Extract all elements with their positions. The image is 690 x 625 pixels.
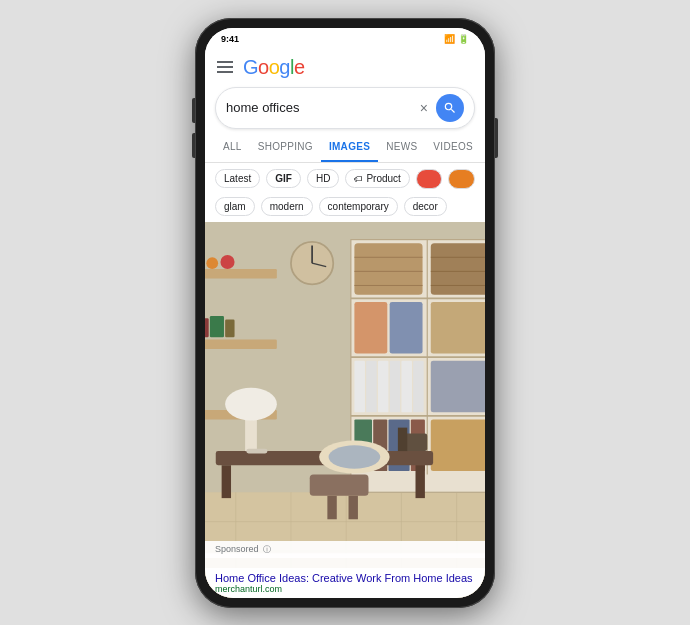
- svg-point-53: [225, 387, 277, 420]
- svg-rect-63: [327, 495, 336, 519]
- svg-rect-30: [401, 360, 412, 412]
- svg-point-56: [329, 445, 381, 469]
- svg-rect-24: [390, 301, 423, 353]
- filter-latest[interactable]: Latest: [215, 169, 260, 188]
- svg-rect-26: [354, 360, 365, 412]
- tab-all[interactable]: ALL: [215, 133, 250, 162]
- svg-rect-25: [431, 301, 485, 353]
- svg-rect-27: [366, 360, 377, 412]
- info-icon: ⓘ: [263, 544, 271, 555]
- svg-rect-39: [205, 339, 277, 348]
- tab-shopping[interactable]: SHOPPING: [250, 133, 321, 162]
- filter-color-red[interactable]: [416, 169, 443, 189]
- ad-url: merchanturl.com: [215, 584, 475, 594]
- clear-icon[interactable]: ×: [420, 100, 428, 116]
- svg-rect-15: [354, 243, 422, 295]
- svg-rect-16: [431, 243, 485, 295]
- phone-screen: 9:41 📶 🔋 Google × ALL SHOPPING: [205, 28, 485, 598]
- svg-rect-46: [205, 318, 209, 337]
- filter-modern[interactable]: modern: [261, 197, 313, 216]
- svg-rect-38: [205, 269, 277, 278]
- power-button: [495, 118, 498, 158]
- google-logo: Google: [243, 56, 305, 79]
- filter-row-1: Latest GIF HD 🏷 Product: [205, 163, 485, 195]
- svg-rect-64: [349, 495, 358, 519]
- search-icon: [443, 101, 457, 115]
- search-bar: ×: [215, 87, 475, 129]
- filter-hd[interactable]: HD: [307, 169, 339, 188]
- svg-rect-28: [378, 360, 389, 412]
- svg-rect-62: [310, 474, 369, 495]
- nav-tabs: ALL SHOPPING IMAGES NEWS VIDEOS: [205, 133, 485, 163]
- filter-contemporary[interactable]: contemporary: [319, 197, 398, 216]
- status-icons: 📶 🔋: [444, 34, 469, 44]
- tab-images[interactable]: IMAGES: [321, 133, 378, 162]
- svg-rect-31: [413, 360, 424, 412]
- filter-decor[interactable]: decor: [404, 197, 447, 216]
- tag-icon: 🏷: [354, 174, 363, 184]
- volume-up-button: [192, 98, 195, 123]
- sponsored-label: Sponsored: [215, 544, 259, 554]
- search-button[interactable]: [436, 94, 464, 122]
- status-time: 9:41: [221, 34, 239, 44]
- svg-rect-50: [222, 465, 231, 498]
- status-bar: 9:41 📶 🔋: [205, 28, 485, 50]
- ad-title: Home Office Ideas: Creative Work From Ho…: [215, 572, 475, 584]
- svg-rect-37: [431, 419, 485, 471]
- filter-row-2: glam modern contemporary decor: [205, 195, 485, 222]
- filter-product[interactable]: 🏷 Product: [345, 169, 409, 188]
- svg-rect-23: [354, 301, 387, 353]
- hamburger-icon[interactable]: [217, 61, 233, 73]
- sponsored-bar: Sponsored ⓘ: [205, 541, 485, 558]
- header: Google: [205, 50, 485, 83]
- svg-rect-54: [246, 448, 267, 453]
- ad-info[interactable]: Home Office Ideas: Creative Work From Ho…: [205, 568, 485, 598]
- svg-rect-32: [431, 360, 485, 412]
- image-area: Sponsored ⓘ Home Office Ideas: Creative …: [205, 222, 485, 598]
- svg-rect-29: [390, 360, 401, 412]
- svg-rect-42: [206, 257, 218, 269]
- filter-glam[interactable]: glam: [215, 197, 255, 216]
- tab-news[interactable]: NEWS: [378, 133, 425, 162]
- search-input[interactable]: [226, 100, 420, 115]
- phone-frame: 9:41 📶 🔋 Google × ALL SHOPPING: [195, 18, 495, 608]
- svg-rect-58: [398, 427, 407, 451]
- filter-gif[interactable]: GIF: [266, 169, 301, 188]
- svg-rect-43: [220, 254, 234, 268]
- tab-videos[interactable]: VIDEOS: [425, 133, 481, 162]
- svg-rect-47: [210, 316, 224, 337]
- volume-down-button: [192, 133, 195, 158]
- svg-rect-48: [225, 319, 234, 337]
- filter-color-orange[interactable]: [448, 169, 475, 189]
- svg-rect-51: [416, 465, 425, 498]
